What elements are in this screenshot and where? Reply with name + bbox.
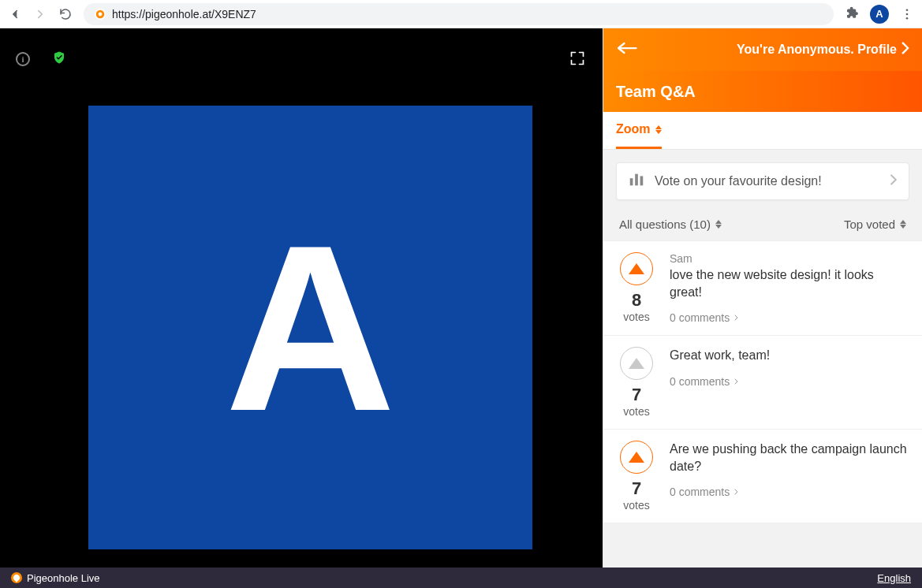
footer-bar: Pigeonhole Live English [0,568,922,588]
footer-brand-text: Pigeonhole Live [27,572,100,584]
panel-title: Team Q&A [616,83,696,101]
tab-label: Zoom [616,122,651,136]
sort-icon [900,220,906,229]
panel-back-button[interactable] [616,40,640,59]
svg-point-2 [906,9,909,11]
filter-right-label: Top voted [844,218,895,231]
poll-icon [628,171,645,192]
vote-label: votes [623,311,649,323]
vote-column: 7votes [618,441,655,512]
filter-top-voted[interactable]: Top voted [844,218,906,231]
question-text: Are we pushing back the campaign launch … [670,441,908,474]
footer-brand[interactable]: Pigeonhole Live [11,572,100,584]
chevron-right-icon [733,314,741,322]
filter-row: All questions (10) Top voted [603,213,922,240]
upvote-button[interactable] [620,347,653,380]
chevron-right-icon [733,488,741,496]
svg-rect-6 [635,174,638,186]
browser-menu-icon[interactable] [900,7,914,21]
svg-point-4 [906,17,909,19]
chevron-right-icon [733,378,741,385]
presenter-tile: A [88,106,532,549]
tab-zoom[interactable]: Zoom [616,112,662,149]
reload-button[interactable] [58,7,73,21]
vote-count: 7 [632,385,641,405]
info-icon[interactable]: i [16,52,30,66]
qa-panel: You're Anonymous. Profile Team Q&A Zoom … [603,28,922,568]
comments-count: 0 comments [670,311,730,324]
brand-logo-icon [11,572,22,583]
language-label: English [877,572,911,584]
poll-banner-text: Vote on your favourite design! [655,174,822,188]
filter-left-label: All questions (10) [619,218,711,231]
svg-rect-7 [640,176,644,185]
question-body: Are we pushing back the campaign launch … [670,441,908,512]
comments-count: 0 comments [670,486,730,498]
panel-tabs: Zoom [603,112,922,150]
question-body: Samlove the new website design! it looks… [670,252,908,324]
profile-avatar[interactable]: A [870,5,889,24]
filter-all-questions[interactable]: All questions (10) [619,218,722,231]
presenter-initial: A [225,210,396,446]
svg-point-1 [99,12,103,16]
address-url: https://pigeonhole.at/X9ENZ7 [112,8,256,20]
vote-count: 7 [632,478,641,499]
main-viewport: i A Ashley You're Anonymous. Profile Tea… [0,28,922,568]
fullscreen-icon[interactable] [569,50,585,66]
question-body: Great work, team!0 comments [670,347,908,418]
svg-point-3 [906,13,909,15]
question-author: Sam [670,252,908,265]
vote-column: 8votes [618,252,655,324]
upvote-button[interactable] [620,441,653,474]
security-shield-icon[interactable] [52,50,66,68]
extensions-icon[interactable] [845,6,859,23]
comments-link[interactable]: 0 comments [670,375,741,388]
question-text: Great work, team! [670,347,908,364]
avatar-letter: A [875,8,883,20]
address-bar[interactable]: https://pigeonhole.at/X9ENZ7 [84,3,834,25]
browser-toolbar: https://pigeonhole.at/X9ENZ7 A [0,0,922,28]
comments-link[interactable]: 0 comments [670,486,741,498]
site-favicon-icon [95,9,106,20]
video-stage: i A Ashley [0,28,603,568]
upvote-triangle-icon [629,358,644,369]
questions-list: 8votesSamlove the new website design! it… [603,240,922,523]
profile-link-text: You're Anonymous. Profile [737,43,897,57]
upvote-triangle-icon [629,452,644,463]
comments-count: 0 comments [670,375,730,388]
vote-label: votes [623,405,649,418]
question-item: 7votesGreat work, team!0 comments [603,336,922,430]
panel-top-bar: You're Anonymous. Profile [603,28,922,71]
upvote-button[interactable] [620,252,653,285]
profile-link[interactable]: You're Anonymous. Profile [737,42,909,58]
panel-body: Vote on your favourite design! All quest… [603,150,922,568]
sort-icon [655,125,662,134]
chevron-right-icon [901,42,909,58]
vote-label: votes [623,499,649,512]
svg-rect-5 [630,178,633,185]
poll-banner[interactable]: Vote on your favourite design! [616,162,909,200]
sort-icon [715,220,722,229]
question-text: love the new website design! it looks gr… [670,266,908,300]
vote-count: 8 [632,290,641,311]
forward-button [33,7,47,21]
question-item: 8votesSamlove the new website design! it… [603,240,922,336]
panel-title-bar: Team Q&A [603,71,922,112]
language-selector[interactable]: English [877,572,911,584]
upvote-triangle-icon [629,263,644,274]
vote-column: 7votes [618,347,655,418]
back-button[interactable] [8,7,22,21]
question-item: 7votesAre we pushing back the campaign l… [603,430,922,523]
chevron-right-icon [890,174,898,188]
comments-link[interactable]: 0 comments [670,311,741,324]
